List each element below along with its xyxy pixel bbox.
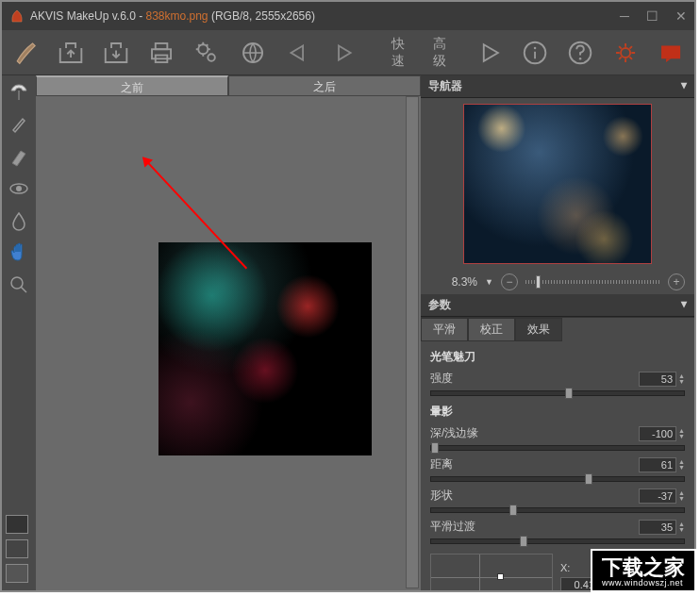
zoom-in-button[interactable]: +	[668, 273, 685, 290]
mode-quick[interactable]: 快速	[392, 36, 416, 70]
svg-point-7	[533, 46, 536, 49]
svg-point-13	[16, 186, 22, 191]
canvas-area: 之前 之后	[36, 75, 421, 590]
edge-value[interactable]: -100	[639, 426, 676, 441]
notification-icon[interactable]	[657, 38, 685, 68]
hand-pan-icon[interactable]	[8, 241, 30, 264]
svg-point-10	[621, 47, 630, 57]
slider-strength: 强度 53▲▼	[430, 371, 685, 396]
svg-point-4	[208, 54, 216, 61]
navigator-header: 导航器▾	[421, 75, 694, 98]
canvas-image	[158, 242, 372, 455]
strength-slider[interactable]	[430, 390, 685, 396]
position-handle[interactable]	[497, 573, 504, 580]
mode-advanced[interactable]: 高级	[433, 36, 458, 70]
smoothtrans-value[interactable]: 35	[639, 520, 676, 535]
zoom-magnifier-icon[interactable]	[8, 273, 30, 296]
collapse-icon[interactable]: ▾	[681, 78, 687, 94]
print-icon[interactable]	[147, 38, 175, 68]
open-file-icon[interactable]	[57, 38, 85, 68]
distance-slider[interactable]	[430, 476, 685, 482]
watermark: 下载之家 www.windowszj.net	[591, 549, 696, 592]
section-vignette: 暈影	[430, 402, 685, 420]
distance-value[interactable]: 61	[639, 457, 676, 472]
section-glamour: 光笔魅刀	[430, 347, 685, 365]
maximize-button[interactable]: ☐	[646, 8, 658, 24]
settings-gears-icon[interactable]	[192, 38, 221, 68]
left-toolbox	[2, 75, 36, 590]
large-brush-icon[interactable]	[8, 145, 30, 168]
slider-shape: 形状 -37▲▼	[430, 488, 685, 513]
preferences-gear-icon[interactable]	[611, 38, 640, 68]
svg-rect-1	[156, 42, 168, 48]
svg-rect-11	[661, 45, 680, 58]
zoom-percent: 8.3%	[430, 275, 477, 289]
tab-before[interactable]: 之前	[36, 75, 228, 96]
run-play-icon[interactable]	[475, 38, 504, 68]
minimize-button[interactable]: ─	[620, 8, 629, 24]
params-header: 参数▾	[421, 294, 694, 317]
brush-tool-icon[interactable]	[11, 38, 40, 68]
navigator-thumbnail[interactable]	[463, 104, 652, 264]
save-file-icon[interactable]	[102, 38, 130, 68]
right-panel: 导航器▾ 8.3% ▼ − + 参数▾ 平滑 校正 效果 光笔魅刀	[421, 75, 694, 590]
smoothtrans-slider[interactable]	[430, 538, 685, 544]
edge-slider[interactable]	[430, 445, 685, 451]
main-toolbar: 快速 高级	[2, 30, 694, 75]
zoom-slider[interactable]	[525, 280, 660, 284]
swatch-3[interactable]	[6, 564, 28, 583]
slider-edge: 深/浅边缘 -100▲▼	[430, 425, 685, 451]
selection-tool-icon[interactable]	[8, 81, 30, 104]
eye-preview-icon[interactable]	[8, 177, 30, 200]
vertical-scrollbar[interactable]	[406, 96, 419, 588]
position-grid[interactable]	[430, 554, 553, 590]
title-bar: AKVIS MakeUp v.6.0 - 838kmo.png (RGB/8, …	[2, 2, 694, 30]
spin-down[interactable]: ▼	[678, 379, 685, 385]
strength-value[interactable]: 53	[639, 372, 676, 387]
help-icon[interactable]	[566, 38, 594, 68]
collapse-icon[interactable]: ▾	[681, 297, 687, 313]
redo-arrow-icon[interactable]	[329, 38, 358, 68]
swatch-1[interactable]	[6, 515, 28, 534]
zoom-dropdown-icon[interactable]: ▼	[485, 277, 493, 287]
small-brush-icon[interactable]	[8, 113, 30, 136]
slider-distance: 距离 61▲▼	[430, 456, 685, 482]
shape-slider[interactable]	[430, 507, 685, 513]
window-title: AKVIS MakeUp v.6.0 - 838kmo.png (RGB/8, …	[30, 9, 620, 23]
svg-point-9	[579, 58, 582, 60]
param-tab-effect[interactable]: 效果	[515, 318, 562, 341]
swatch-panel	[6, 515, 28, 583]
info-icon[interactable]	[521, 38, 549, 68]
app-logo-icon	[9, 8, 25, 24]
zoom-out-button[interactable]: −	[501, 273, 518, 290]
canvas-viewport[interactable]	[36, 96, 421, 590]
swatch-2[interactable]	[6, 539, 28, 558]
share-publish-icon[interactable]	[239, 38, 267, 68]
close-button[interactable]: ✕	[675, 8, 687, 24]
slider-smoothtrans: 平滑过渡 35▲▼	[430, 519, 685, 544]
param-tab-correct[interactable]: 校正	[468, 318, 515, 341]
param-tab-smooth[interactable]: 平滑	[421, 318, 468, 341]
shape-value[interactable]: -37	[639, 488, 676, 504]
zoom-controls: 8.3% ▼ − +	[421, 270, 694, 294]
tab-after[interactable]: 之后	[228, 75, 421, 96]
undo-arrow-icon[interactable]	[284, 38, 312, 68]
droplet-icon[interactable]	[8, 209, 30, 232]
